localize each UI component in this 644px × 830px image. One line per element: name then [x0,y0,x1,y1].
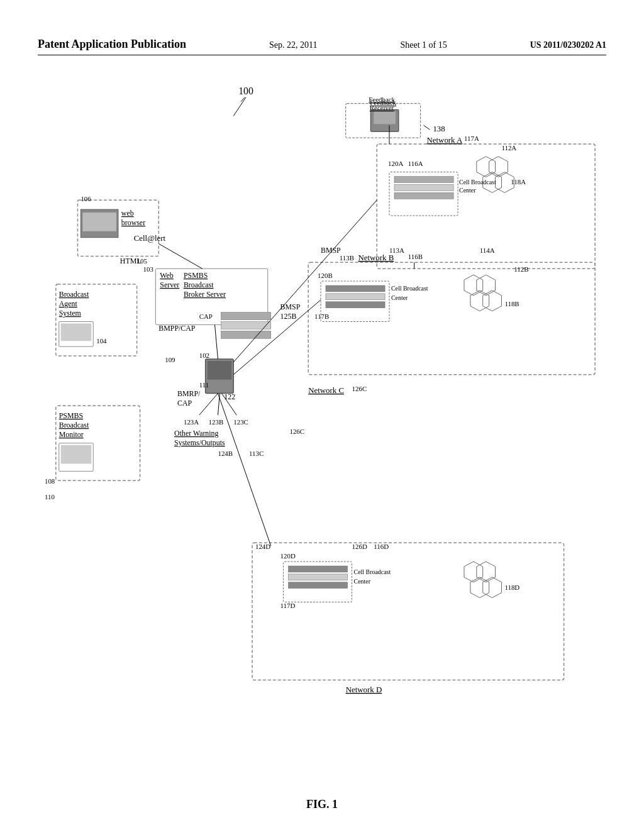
label-116d: 116D [374,543,389,550]
psmbs-label3: Broker Server [184,290,226,299]
label-118b: 118B [504,300,519,307]
psmbs-label1: PSMBS [184,271,208,280]
label-105: 105 [137,257,148,265]
label-114a: 114A [480,246,495,254]
bmrp-cap-label2: CAP [177,399,192,407]
cbc-d-rack1 [288,566,347,572]
label-104: 104 [96,337,107,345]
bmpp-rack1 [221,313,270,320]
label-123b: 123B [209,418,224,426]
network-a-label: Network A [427,136,464,145]
cbc-b-label2: Center [391,294,408,301]
bas-label1: Broadcast [59,290,89,299]
label-108: 108 [45,477,55,485]
arrow-100 [233,97,246,116]
label-124b: 124B [218,450,233,457]
ows-label1: Other Warning [174,429,218,438]
wb-label1: web [121,209,134,218]
pbm-screen [61,445,92,464]
cbc-a-label1: Cell Broadcast [459,179,496,185]
ws-label2: Server [160,280,179,289]
label-117b: 117B [314,313,329,320]
fr-label1: Feedback [369,96,395,103]
publication-date: Sep. 22, 2011 [269,40,317,50]
line-broker-central [215,324,218,359]
label-122: 122 [224,392,235,401]
label-111: 111 [199,381,209,389]
label-120d: 120D [280,552,296,560]
label-118a: 118A [511,178,526,185]
cap-label: CAP [199,313,213,320]
label-112b: 112B [514,265,528,273]
pbm-label1: PSMBS [59,411,83,420]
label-126d: 126D [352,543,367,550]
label-102: 102 [199,351,209,359]
label-112a: 112A [501,144,516,152]
label-138: 138 [433,124,445,133]
cbc-a-rack3 [394,192,453,199]
label-113c: 113C [249,450,264,457]
psmbs-label2: Broadcast [184,280,214,289]
cbc-b-label1: Cell Broadcast [391,285,428,292]
label-113b: 113B [340,254,354,262]
bmpp-cap-label: BMPP/CAP [158,324,195,333]
figure-label: FIG. 1 [306,798,338,811]
cbc-b-rack3 [326,302,385,308]
line-wb-broker [158,244,202,269]
label-117d: 117D [280,602,296,609]
publication-title: Patent Application Publication [38,38,186,51]
network-c-label: Network C [308,386,344,395]
page-header: Patent Application Publication Sep. 22, … [38,38,606,55]
network-d-label: Network D [346,685,382,694]
fr-label2: Receiver [370,104,394,111]
cellatert-label: Cell@lert [134,234,166,243]
patent-number: US 2011/0230202 A1 [530,40,606,50]
cbc-d-rack3 [288,582,347,589]
cbc-a-label2: Center [459,187,476,194]
honeycomb-d [464,562,501,597]
patent-diagram: 100 Feedback Feedback Receiver 138 Netwo… [38,75,606,780]
label-120a: 120A [388,160,403,167]
honeycomb-a [477,157,514,192]
pbm-label3: Monitor [59,430,84,439]
ows-label2: Systems/Outputs [174,438,225,447]
patent-page: Patent Application Publication Sep. 22, … [0,0,644,830]
label-116c: 126C [352,385,367,393]
honeycomb-b [464,275,501,311]
cbc-a-rack2 [394,184,453,191]
label-120b: 120B [318,272,333,279]
cbc-b-rack2 [326,294,385,300]
cbc-a-rack1 [394,177,453,183]
bas-label2: Agent [59,299,78,308]
feedback-screen [374,111,396,124]
bmrp-cap-label: BMRP/ [177,389,201,398]
label-100: 100 [238,86,253,96]
diagram-area: 100 Feedback Feedback Receiver 138 Netwo… [38,75,606,780]
label-126c: 126C [289,428,304,435]
central-screen [208,361,232,380]
bas-label3: System [59,309,82,318]
cbc-b-rack1 [326,285,385,292]
label-103: 103 [143,265,154,273]
cbc-d-label2: Center [354,578,371,585]
sheet-info: Sheet 1 of 15 [400,40,447,50]
bmsp-a-label: BMSP [321,246,341,255]
ws-label: Web [160,271,174,280]
label-118d: 118D [504,584,519,591]
arrow-138 [424,125,430,130]
line-central-netd [218,393,270,546]
cbc-d-rack2 [288,574,347,580]
line-central-123a [199,393,218,415]
cbc-d-label1: Cell Broadcast [354,568,391,575]
label-124d: 124D [255,543,270,550]
pbm-label2: Broadcast [59,421,89,429]
bas-screen [61,323,92,341]
bmsp-b-label: BMSP [280,302,301,311]
label-125b: 125B [280,312,297,321]
wb-label2: browser [121,218,145,227]
label-123a: 123A [184,418,199,426]
label-116a: 116A [408,160,423,167]
label-109: 109 [165,356,175,363]
label-110: 110 [45,493,55,501]
label-117a: 117A [464,135,479,142]
